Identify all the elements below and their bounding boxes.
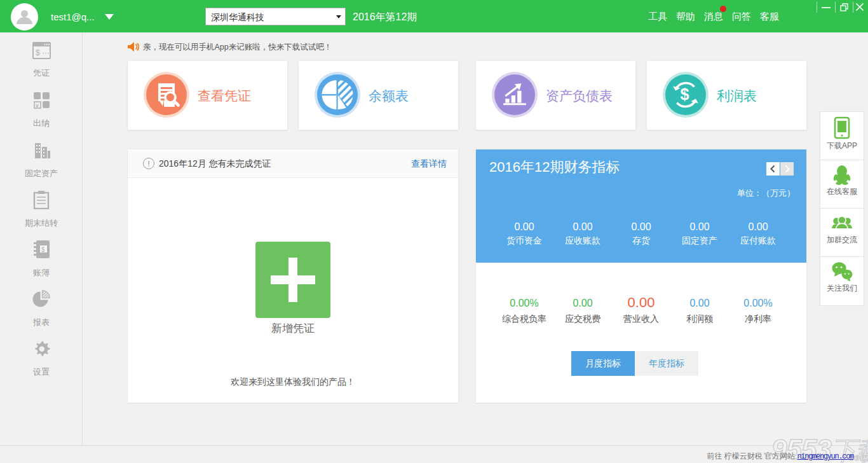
svg-text:$: $ [681, 85, 689, 103]
svg-text:$: $ [41, 246, 45, 253]
svg-text:¥: ¥ [35, 102, 39, 109]
svg-text:$ ···: $ ··· [36, 48, 50, 57]
